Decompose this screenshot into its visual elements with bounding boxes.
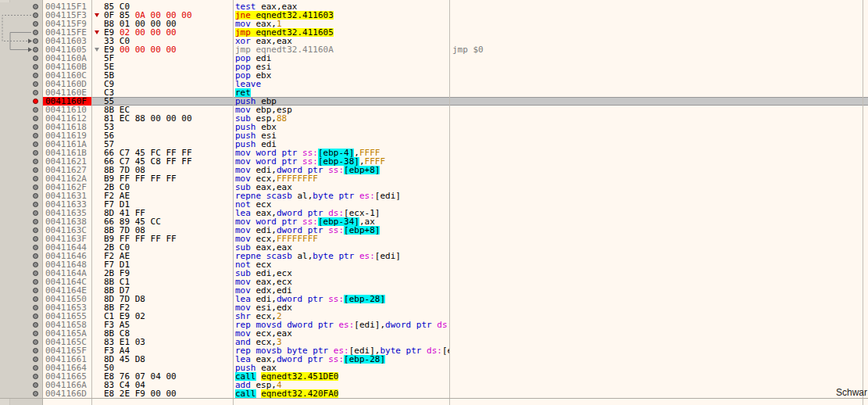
disassembly-rows[interactable]: 004115F185 C0test eax,eax004115F30F 85 0…	[0, 0, 868, 398]
address-cell[interactable]: 004115F1	[43, 2, 91, 11]
disasm-row[interactable]: 00411658F3 A5rep movsd dword ptr es:[edi…	[0, 321, 868, 329]
bytes-cell[interactable]: 66 C7 45 FC FF FF	[102, 149, 233, 157]
address-cell[interactable]: 0041166D	[43, 389, 91, 398]
bytes-cell[interactable]: 5F	[102, 54, 233, 63]
disasm-row[interactable]: 0041166450push eax	[0, 364, 868, 372]
address-cell[interactable]: 0041164E	[43, 286, 91, 295]
disassembly-cell[interactable]: xor eax,eax	[233, 37, 449, 45]
disassembly-cell[interactable]: pop esi	[233, 63, 449, 71]
comment-cell[interactable]	[449, 209, 868, 217]
disassembly-cell[interactable]: mov ecx,eax	[233, 329, 449, 338]
address-cell[interactable]: 00411605	[43, 45, 91, 54]
disassembly-cell[interactable]: repne scasb al,byte ptr es:[edi]	[233, 192, 449, 200]
bytes-cell[interactable]: 8B D7	[102, 286, 233, 295]
address-cell[interactable]: 00411653	[43, 303, 91, 312]
address-cell[interactable]: 0041165A	[43, 329, 91, 338]
comment-cell[interactable]	[449, 252, 868, 260]
address-cell[interactable]: 0041160B	[43, 63, 91, 71]
bytes-cell[interactable]: 8B C1	[102, 278, 233, 286]
disasm-row[interactable]: 00411665E8 76 07 04 00call eqnedt32.451D…	[0, 372, 868, 381]
bytes-cell[interactable]: 8D 41 FF	[102, 209, 233, 217]
column-divider-address-bytes[interactable]	[91, 0, 92, 405]
bytes-cell[interactable]: B9 FF FF FF FF	[102, 174, 233, 183]
disasm-row[interactable]: 0041162AB9 FF FF FF FFmov ecx,FFFFFFFF	[0, 174, 868, 183]
disasm-row[interactable]: 004116278B 7D 08mov edi,dword ptr ss:[eb…	[0, 166, 868, 174]
bytes-cell[interactable]: B9 FF FF FF FF	[102, 235, 233, 243]
disassembly-cell[interactable]: sub esp,88	[233, 114, 449, 123]
comment-cell[interactable]	[449, 372, 868, 381]
instruction-dot[interactable]	[33, 124, 38, 130]
comment-cell[interactable]	[449, 123, 868, 131]
bytes-cell[interactable]: 8D 45 D8	[102, 355, 233, 364]
disassembly-cell[interactable]: push ebp	[233, 97, 449, 106]
address-cell[interactable]: 00411655	[43, 312, 91, 321]
column-divider-disasm-comment[interactable]	[449, 0, 450, 405]
bytes-cell[interactable]: 2B C0	[102, 183, 233, 192]
instruction-dot[interactable]	[33, 81, 38, 87]
disasm-row[interactable]: 0041165C83 E1 03and ecx,3	[0, 338, 868, 346]
bytes-cell[interactable]: 53	[102, 123, 233, 131]
disasm-row[interactable]: 004115F30F 85 0A 00 00 00jne eqnedt32.41…	[0, 11, 868, 20]
comment-cell[interactable]	[449, 106, 868, 114]
disassembly-cell[interactable]: call eqnedt32.451DE0	[233, 372, 449, 381]
bytes-cell[interactable]: 83 E1 03	[102, 338, 233, 346]
disasm-row[interactable]: 004116442B C0sub eax,eax	[0, 243, 868, 252]
comment-cell[interactable]	[449, 183, 868, 192]
address-cell[interactable]: 00411665	[43, 372, 91, 381]
disassembly-cell[interactable]: pop ebx	[233, 71, 449, 80]
instruction-dot[interactable]	[33, 56, 38, 61]
bytes-cell[interactable]: 85 C0	[102, 2, 233, 11]
address-cell[interactable]: 0041163C	[43, 226, 91, 235]
comment-cell[interactable]	[449, 260, 868, 269]
address-cell[interactable]: 0041161A	[43, 140, 91, 149]
comment-cell[interactable]	[449, 338, 868, 346]
bytes-cell[interactable]: 2B F9	[102, 269, 233, 278]
bytes-cell[interactable]: 33 C0	[102, 37, 233, 45]
disasm-row[interactable]: 0041160EC3ret	[0, 88, 868, 97]
disassembly-cell[interactable]: mov esi,edx	[233, 303, 449, 312]
disasm-row[interactable]: 0041160333 C0xor eax,eax	[0, 37, 868, 45]
comment-cell[interactable]	[449, 217, 868, 226]
address-cell[interactable]: 0041162A	[43, 174, 91, 183]
comment-cell[interactable]	[449, 321, 868, 329]
disasm-row[interactable]: 0041161281 EC 88 00 00 00sub esp,88	[0, 114, 868, 123]
comment-cell[interactable]	[449, 2, 868, 11]
disassembly-cell[interactable]: sub eax,eax	[233, 183, 449, 192]
disassembly-cell[interactable]: mov ebp,esp	[233, 106, 449, 114]
instruction-dot[interactable]	[33, 262, 38, 267]
address-cell[interactable]: 00411664	[43, 364, 91, 372]
bytes-cell[interactable]: C3	[102, 88, 233, 97]
bytes-cell[interactable]: 50	[102, 364, 233, 372]
instruction-dot[interactable]	[33, 185, 38, 190]
bytes-cell[interactable]: E9 02 00 00 00	[102, 28, 233, 37]
comment-cell[interactable]	[449, 235, 868, 243]
comment-cell[interactable]	[449, 157, 868, 166]
comment-cell[interactable]	[449, 63, 868, 71]
disasm-row[interactable]: 00411655C1 E9 02shr ecx,2	[0, 312, 868, 321]
disasm-row[interactable]: 0041160C5Bpop ebx	[0, 71, 868, 80]
instruction-dot[interactable]	[33, 38, 38, 44]
disasm-row[interactable]: 00411631F2 AErepne scasb al,byte ptr es:…	[0, 192, 868, 200]
instruction-dot[interactable]	[33, 279, 38, 285]
comment-cell[interactable]	[449, 303, 868, 312]
disasm-row[interactable]: 0041164E8B D7mov edx,edi	[0, 286, 868, 295]
instruction-dot[interactable]	[33, 107, 38, 113]
bytes-cell[interactable]: 66 89 45 CC	[102, 217, 233, 226]
disasm-row[interactable]: 00411605E9 00 00 00 00jmp eqnedt32.41160…	[0, 45, 868, 54]
bytes-cell[interactable]: E9 00 00 00 00	[102, 45, 233, 54]
address-cell[interactable]: 00411603	[43, 37, 91, 45]
disassembly-cell[interactable]: push esi	[233, 131, 449, 140]
disassembly-cell[interactable]: jne eqnedt32.411603	[233, 11, 449, 20]
address-cell[interactable]: 00411631	[43, 192, 91, 200]
address-cell[interactable]: 0041163F	[43, 235, 91, 243]
comment-cell[interactable]	[449, 149, 868, 157]
comment-cell[interactable]	[449, 329, 868, 338]
disasm-row[interactable]: 00411646F2 AErepne scasb al,byte ptr es:…	[0, 252, 868, 260]
column-divider-bytes-disasm[interactable]	[233, 0, 234, 405]
address-cell[interactable]: 00411610	[43, 106, 91, 114]
instruction-dot[interactable]	[33, 374, 38, 379]
disasm-row[interactable]: 004116358D 41 FFlea eax,dword ptr ds:[ec…	[0, 209, 868, 217]
bytes-cell[interactable]: F3 A5	[102, 321, 233, 329]
disasm-row[interactable]: 0041160B5Epop esi	[0, 63, 868, 71]
instruction-dot[interactable]	[33, 245, 38, 250]
